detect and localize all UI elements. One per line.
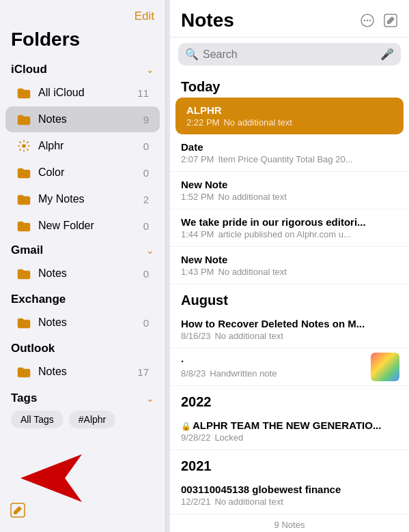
folder-item-notes-outlook[interactable]: Notes 17	[5, 359, 160, 385]
folder-count: 0	[143, 167, 149, 179]
search-bar: 🔍 🎤	[178, 43, 401, 65]
svg-point-5	[367, 20, 369, 22]
folder-icon	[16, 266, 31, 281]
gmail-chevron-icon: ⌄	[146, 245, 154, 256]
note-title: ALPHR	[186, 104, 393, 116]
edit-button[interactable]: Edit	[135, 10, 154, 23]
note-item-alphr-team[interactable]: 🔒ALPHR TEAM THE NEW GENERATIO... 9/28/22…	[170, 413, 409, 450]
note-meta: 8/8/23 Handwritten note	[181, 368, 361, 379]
folder-name: Notes	[38, 113, 143, 125]
folder-icon	[16, 192, 31, 207]
folder-name: Notes	[38, 267, 143, 280]
gmail-label: Gmail	[11, 243, 43, 257]
folder-item-all-icloud[interactable]: All iCloud 11	[5, 80, 160, 106]
folder-item-notes-exchange[interactable]: Notes 0	[5, 310, 160, 336]
note-preview: No additional text	[223, 117, 292, 128]
note-item-alphr[interactable]: ALPHR 2:22 PM No additional text	[175, 98, 404, 134]
tag-alphr[interactable]: #Alphr	[69, 411, 115, 428]
note-time: 2:07 PM	[181, 154, 214, 164]
note-item-rigorous[interactable]: We take pride in our rigorous editori...…	[170, 209, 409, 247]
folder-count: 9	[143, 114, 149, 125]
notes-count: 9 Notes	[170, 514, 409, 532]
thumbnail-image	[371, 353, 399, 381]
folder-count: 2	[143, 194, 149, 205]
folder-item-alphr[interactable]: Alphr 0	[5, 133, 160, 159]
svg-marker-1	[20, 454, 82, 502]
tag-all-tags[interactable]: All Tags	[11, 411, 64, 428]
icloud-label: iCloud	[11, 63, 47, 76]
note-item-dot[interactable]: · 8/8/23 Handwritten note	[170, 349, 409, 386]
compose-button[interactable]	[10, 502, 26, 522]
tags-section-header[interactable]: Tags ⌄	[0, 387, 165, 408]
note-item-date[interactable]: Date 2:07 PM Item Price Quantity Total B…	[170, 134, 409, 172]
notes-list: Today ALPHR 2:22 PM No additional text D…	[170, 71, 409, 532]
left-panel: Edit Folders iCloud ⌄ All iCloud 11 Note…	[0, 0, 166, 532]
icloud-section-header[interactable]: iCloud ⌄	[0, 59, 165, 79]
header-icons	[360, 13, 398, 28]
folder-item-new-folder[interactable]: New Folder 0	[5, 213, 160, 239]
note-title: New Note	[181, 179, 398, 190]
note-meta: 1:43 PM No additional text	[181, 267, 398, 277]
folder-item-notes-gmail[interactable]: Notes 0	[5, 261, 160, 286]
note-item-new-note-2[interactable]: New Note 1:43 PM No additional text	[170, 247, 409, 284]
note-preview: Handwritten note	[210, 368, 277, 379]
exchange-label: Exchange	[0, 287, 165, 309]
svg-point-0	[22, 144, 25, 147]
svg-point-6	[369, 20, 371, 22]
note-time: 1:44 PM	[181, 229, 214, 239]
folder-item-notes-icloud[interactable]: Notes 9	[5, 106, 160, 132]
folder-icon	[16, 364, 31, 379]
folder-item-my-notes[interactable]: My Notes 2	[5, 186, 160, 212]
outlook-label: Outlook	[0, 336, 165, 358]
tags-row: All Tags #Alphr	[0, 408, 165, 434]
folder-icon	[16, 315, 31, 330]
note-meta: 2:22 PM No additional text	[186, 117, 393, 128]
note-meta: 12/2/21 No additional text	[181, 497, 398, 507]
note-time: 8/16/23	[181, 331, 210, 341]
section-august: August	[170, 284, 409, 311]
left-footer	[0, 450, 165, 532]
section-2021: 2021	[170, 450, 409, 477]
note-item-recover[interactable]: How to Recover Deleted Notes on M... 8/1…	[170, 311, 409, 349]
note-meta: 8/16/23 No additional text	[181, 331, 398, 341]
note-thumbnail	[371, 353, 399, 381]
folder-item-color[interactable]: Color 0	[5, 160, 160, 186]
note-title: 🔒ALPHR TEAM THE NEW GENERATIO...	[181, 419, 398, 431]
mic-icon[interactable]: 🎤	[380, 48, 394, 61]
search-input[interactable]	[203, 48, 376, 61]
note-preview: Item Price Quantity Total Bag 20...	[218, 154, 352, 164]
folder-icon	[16, 218, 31, 233]
section-2022: 2022	[170, 386, 409, 413]
left-header: Edit	[0, 0, 165, 29]
note-title: We take pride in our rigorous editori...	[181, 216, 398, 228]
lock-icon: 🔒	[181, 422, 191, 431]
note-preview: No additional text	[214, 497, 283, 507]
section-today: Today	[170, 71, 409, 98]
folder-name: Color	[38, 166, 143, 179]
note-preview: Locked	[214, 432, 243, 443]
folder-count: 0	[143, 141, 149, 152]
note-meta: 1:44 PM article published on Alphr.com u…	[181, 229, 398, 239]
note-meta: 9/28/22 Locked	[181, 432, 398, 443]
note-preview: No additional text	[218, 192, 286, 202]
note-meta: 2:07 PM Item Price Quantity Total Bag 20…	[181, 154, 398, 164]
icloud-chevron-icon: ⌄	[146, 64, 154, 75]
note-time: 1:43 PM	[181, 267, 214, 277]
note-item-globewest[interactable]: 003110045138 globewest finance 12/2/21 N…	[170, 477, 409, 514]
note-preview: article published on Alphr.com u...	[218, 229, 350, 239]
search-icon: 🔍	[185, 48, 199, 61]
folder-count: 0	[143, 317, 149, 329]
folder-count: 0	[143, 268, 149, 280]
note-title: 003110045138 globewest finance	[181, 484, 398, 495]
note-item-new-note-1[interactable]: New Note 1:52 PM No additional text	[170, 172, 409, 209]
note-meta: 1:52 PM No additional text	[181, 192, 398, 202]
gear-icon	[16, 138, 31, 153]
folders-list: iCloud ⌄ All iCloud 11 Notes 9	[0, 59, 165, 450]
note-time: 9/28/22	[181, 432, 210, 443]
more-options-button[interactable]	[360, 13, 375, 28]
compose-note-button[interactable]	[383, 13, 398, 28]
folder-name: New Folder	[38, 220, 143, 232]
folder-name: Notes	[38, 366, 137, 378]
gmail-section-header[interactable]: Gmail ⌄	[0, 239, 165, 260]
svg-point-4	[364, 20, 366, 22]
